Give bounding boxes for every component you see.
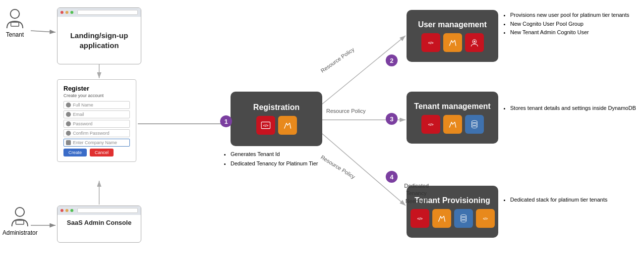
tenant-mgmt-icons: </> [421, 115, 484, 134]
dot-red [60, 11, 63, 14]
registration-bullets: Generates Tenant Id Dedicated Tenancy fo… [231, 150, 318, 168]
registration-icons: </> [256, 116, 297, 135]
registration-title: Registration [253, 103, 299, 112]
api-gateway-icon: </> [256, 116, 275, 135]
lock2-icon [66, 131, 71, 136]
tenant-mgmt-bullets: Stores tenant details and settings insid… [503, 104, 637, 113]
landing-app-content: Landing/sign-up application [58, 17, 141, 54]
svg-point-23 [471, 126, 477, 128]
resource-policy-label-2: Resource Policy [320, 46, 355, 73]
svg-text:</>: </> [428, 41, 434, 45]
svg-text:</>: </> [483, 217, 488, 220]
form-buttons: Create Cancel [63, 149, 130, 156]
svg-point-18 [473, 41, 475, 42]
svg-rect-11 [11, 22, 19, 26]
tenant-prov-bullets: Dedicated stack for platinum tier tenant… [503, 196, 637, 205]
tenant-icon [4, 7, 26, 29]
svg-text:</>: </> [263, 123, 269, 128]
tenant-mgmt-dynamodb-icon [465, 115, 484, 134]
svg-point-12 [15, 208, 24, 216]
badge-4: 4 [386, 171, 398, 183]
landing-app-box: Landing/sign-up application [57, 7, 141, 64]
dedicated-tenancy-label: Dedicated Tenancy Needed? [397, 182, 436, 205]
user-management-box: User management </> [407, 10, 498, 62]
user-mgmt-icons: </> [421, 33, 484, 52]
lock-icon [66, 121, 71, 126]
landing-app-title: Landing/sign-up application [61, 31, 137, 50]
reg-bullet-2: Dedicated Tenancy for Platinum Tier [231, 159, 318, 168]
tenant-mgmt-lambda-icon [443, 115, 462, 134]
password-field[interactable]: Password [63, 120, 130, 128]
svg-text:</>: </> [417, 216, 423, 221]
browser-url2 [77, 208, 138, 213]
user-mgmt-bullet-3: New Tenant Admin Cognito User [510, 28, 637, 37]
register-form: Register Create your account Full Name E… [57, 79, 136, 162]
svg-text:</>: </> [428, 122, 434, 127]
saas-admin-content: SaaS Admin Console [58, 215, 141, 231]
tenant-label: Tenant [6, 31, 24, 38]
saas-admin-title: SaaS Admin Console [61, 219, 137, 227]
saas-admin-box: SaaS Admin Console [57, 206, 141, 243]
tenant-mgmt-title: Tenant management [414, 102, 490, 111]
user-mgmt-bullet-2: New Cognito User Pool Group [510, 20, 637, 29]
register-title: Register [63, 85, 130, 92]
tenant-prov-lambda-icon [432, 209, 451, 228]
cancel-button[interactable]: Cancel [90, 149, 114, 156]
company-field[interactable]: Enter Company Name [63, 139, 130, 147]
user-mgmt-api-icon: </> [421, 33, 440, 52]
tenant-prov-dynamodb-icon [454, 209, 473, 228]
admin-icon [9, 206, 31, 227]
dot-yellow [65, 11, 68, 14]
resource-policy-label-4: Resource Policy [320, 154, 356, 180]
tenant-prov-icons: </> </> [410, 209, 495, 228]
admin-label: Administrator [2, 229, 38, 236]
badge-3: 3 [386, 113, 398, 125]
tenant-mgmt-bullet-1: Stores tenant details and settings insid… [510, 104, 637, 113]
admin-actor: Administrator [2, 206, 38, 236]
tenant-actor: Tenant [4, 7, 26, 38]
browser-url [77, 10, 138, 15]
building-icon [66, 140, 71, 145]
diagram: Tenant Administrator Landing/sign-up app… [0, 0, 644, 260]
dot-green [70, 11, 73, 14]
svg-line-2 [31, 31, 56, 32]
email-icon [66, 112, 71, 117]
user-mgmt-bullet-1: Provisions new user pool for platinum ti… [510, 11, 637, 20]
lambda-icon [278, 116, 297, 135]
email-field[interactable]: Email [63, 110, 130, 118]
svg-point-20 [471, 120, 477, 122]
tenant-mgmt-api-icon: </> [421, 115, 440, 134]
resource-policy-label-3: Resource Policy [326, 108, 365, 114]
tenant-prov-cf-icon: </> [476, 209, 495, 228]
svg-rect-13 [16, 220, 24, 224]
svg-line-7 [322, 36, 406, 104]
svg-point-30 [461, 217, 466, 219]
tenant-prov-bullet-1: Dedicated stack for platinum tier tenant… [510, 196, 637, 205]
dot-green2 [70, 209, 73, 212]
badge-1: 1 [220, 115, 232, 127]
user-mgmt-title: User management [418, 20, 487, 29]
svg-point-26 [461, 214, 466, 216]
create-button[interactable]: Create [63, 149, 87, 156]
reg-bullet-1: Generates Tenant Id [231, 150, 318, 159]
tenant-prov-api-icon: </> [410, 209, 429, 228]
user-icon [66, 103, 71, 107]
tenant-management-box: Tenant management </> [407, 92, 498, 144]
svg-point-10 [10, 9, 19, 18]
full-name-field[interactable]: Full Name [63, 101, 130, 109]
registration-box: Registration </> [231, 92, 322, 146]
browser-bar-admin [58, 206, 141, 215]
browser-bar-landing [58, 8, 141, 17]
user-mgmt-lambda-icon [443, 33, 462, 52]
dot-yellow2 [65, 209, 68, 212]
dot-red2 [60, 209, 63, 212]
svg-line-9 [322, 134, 406, 206]
svg-point-24 [471, 123, 477, 125]
svg-point-29 [461, 220, 466, 222]
user-mgmt-bullets: Provisions new user pool for platinum ti… [503, 11, 637, 37]
user-mgmt-cognito-icon [465, 33, 484, 52]
register-subtitle: Create your account [63, 93, 130, 98]
badge-2: 2 [386, 54, 398, 66]
confirm-password-field[interactable]: Confirm Password [63, 129, 130, 137]
